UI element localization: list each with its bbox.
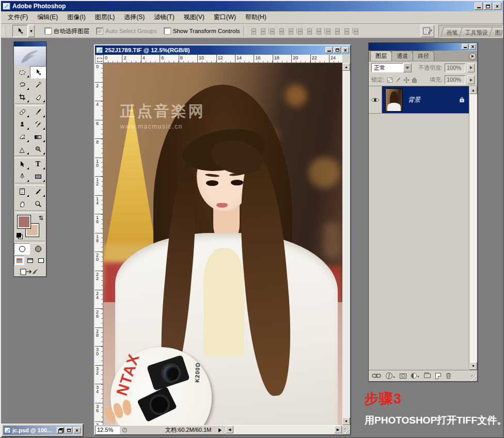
minidoc-close-button[interactable]: × xyxy=(73,427,81,433)
tool-healing-brush[interactable] xyxy=(14,106,30,118)
minidoc-maximize-button[interactable] xyxy=(65,427,72,433)
lock-pixels-icon[interactable] xyxy=(395,76,401,83)
layers-scroll-up-icon[interactable]: ▲ xyxy=(469,86,477,94)
tool-magic-wand[interactable] xyxy=(30,79,46,91)
tool-move[interactable] xyxy=(30,66,46,79)
layers-scrollbar[interactable]: ▲ ▼ xyxy=(469,86,477,370)
menu-item[interactable]: 图层(L) xyxy=(90,11,120,23)
lock-position-icon[interactable] xyxy=(403,76,410,83)
menu-item[interactable]: 窗口(W) xyxy=(209,11,241,23)
tool-dodge[interactable] xyxy=(30,143,46,155)
layers-close-button[interactable]: × xyxy=(469,44,476,50)
layers-resize-grip[interactable] xyxy=(469,373,477,381)
tool-history-brush[interactable] xyxy=(30,118,46,131)
tool-crop[interactable] xyxy=(14,91,30,103)
minidoc-restore-button[interactable] xyxy=(57,427,64,433)
auto-select-layer-checkbox[interactable] xyxy=(45,28,51,34)
tool-shape[interactable] xyxy=(30,170,46,183)
horizontal-scrollbar[interactable]: ◀ ▶ xyxy=(226,426,342,434)
scroll-right-icon[interactable]: ▶ xyxy=(334,426,342,433)
tool-hand[interactable] xyxy=(14,198,30,210)
tool-preset-dropdown[interactable]: ▼ xyxy=(28,25,35,37)
new-layer-icon[interactable] xyxy=(435,373,441,379)
doc-maximize-button[interactable] xyxy=(334,47,341,53)
scroll-left-icon[interactable]: ◀ xyxy=(226,426,233,433)
tool-elliptical-marquee[interactable] xyxy=(14,66,30,79)
new-group-icon[interactable] xyxy=(424,373,431,378)
layer-name[interactable]: 背景 xyxy=(408,96,420,104)
palette-menu-button[interactable] xyxy=(469,53,476,60)
tool-gradient[interactable] xyxy=(30,131,46,143)
menu-item[interactable]: 图像(I) xyxy=(62,11,90,23)
app-titlebar[interactable]: Adobe Photoshop × xyxy=(1,1,503,11)
tool-eraser[interactable] xyxy=(14,131,30,143)
link-layers-icon[interactable] xyxy=(372,373,381,378)
file-browser-button[interactable] xyxy=(421,25,434,37)
tool-lasso[interactable] xyxy=(14,79,30,91)
tab-channels[interactable]: 通道 xyxy=(391,51,413,61)
tool-pen[interactable] xyxy=(14,170,30,183)
document-canvas[interactable]: NTAX K200D 正点音楽网 www.macmusic.c xyxy=(103,63,342,425)
delete-layer-icon[interactable] xyxy=(446,372,451,379)
tool-clone-stamp[interactable] xyxy=(14,118,30,131)
fullscreen-menubar-mode-button[interactable] xyxy=(25,256,35,265)
blend-mode-value[interactable]: 正常 xyxy=(371,63,403,72)
menu-item[interactable]: 滤镜(T) xyxy=(149,11,179,23)
blend-mode-dropdown-icon[interactable] xyxy=(403,63,412,72)
swap-colors-icon[interactable]: ⇄ xyxy=(38,215,44,220)
palette-well-tab[interactable]: 图层复合 xyxy=(489,27,503,37)
tool-type[interactable]: T xyxy=(30,158,46,170)
tool-slice[interactable] xyxy=(30,91,46,103)
menu-item[interactable]: 文件(F) xyxy=(3,11,33,23)
options-grip[interactable] xyxy=(3,26,5,36)
fill-field[interactable]: 100% xyxy=(445,75,465,84)
doc-minimize-button[interactable] xyxy=(325,47,333,53)
layers-minimize-button[interactable] xyxy=(462,44,468,50)
add-layer-mask-icon[interactable] xyxy=(400,373,406,379)
vertical-scrollbar[interactable]: ▲ ▼ xyxy=(342,63,350,425)
resize-grip[interactable] xyxy=(342,426,350,434)
default-colors-icon[interactable] xyxy=(17,233,23,239)
zoom-level-field[interactable]: 12.5% xyxy=(95,426,120,434)
menu-item[interactable]: 帮助(H) xyxy=(241,11,271,23)
close-button[interactable]: × xyxy=(493,3,501,10)
current-tool-button[interactable] xyxy=(12,25,28,37)
scroll-down-icon[interactable]: ▼ xyxy=(342,417,350,425)
doc-close-button[interactable]: × xyxy=(342,47,349,53)
fullscreen-mode-button[interactable] xyxy=(36,256,46,265)
toolbox-titlebar[interactable] xyxy=(14,42,46,46)
lock-transparency-icon[interactable] xyxy=(386,76,393,83)
standard-mode-button[interactable] xyxy=(14,243,30,255)
lock-all-icon[interactable] xyxy=(411,76,418,83)
menu-item[interactable]: 编辑(E) xyxy=(33,11,62,23)
layer-thumbnail[interactable] xyxy=(385,88,403,112)
tool-brush[interactable] xyxy=(30,106,46,118)
scroll-up-icon[interactable]: ▲ xyxy=(342,63,350,71)
opacity-field[interactable]: 100% xyxy=(445,64,465,72)
tab-paths[interactable]: 路径 xyxy=(413,51,434,61)
tab-layers[interactable]: 图层 xyxy=(370,51,392,61)
status-menu-arrow[interactable] xyxy=(216,426,224,434)
horizontal-ruler[interactable]: 02468101214161820222426 xyxy=(103,55,342,63)
auto-select-layer-option[interactable]: 自动选择图层 xyxy=(45,27,89,35)
maximize-button[interactable] xyxy=(484,3,492,10)
tool-blur[interactable]: △ xyxy=(14,143,30,155)
ruler-origin-box[interactable] xyxy=(95,55,103,63)
minimize-button[interactable] xyxy=(475,3,483,10)
layer-row-background[interactable]: 背景 xyxy=(369,86,469,114)
opacity-spinner-icon[interactable] xyxy=(467,64,475,72)
tool-zoom[interactable] xyxy=(30,198,46,210)
layers-scroll-down-icon[interactable]: ▼ xyxy=(469,362,477,370)
standard-screen-mode-button[interactable] xyxy=(14,256,24,265)
blend-mode-select[interactable]: 正常 xyxy=(371,63,412,72)
edit-in-imageready-button[interactable] xyxy=(18,267,42,277)
show-transform-controls-option[interactable]: Show Transform Controls xyxy=(164,28,240,34)
vertical-ruler[interactable]: 02468101214161820222426283032343638 xyxy=(95,63,103,425)
minimized-document[interactable]: jc.psd @ 100... × xyxy=(1,424,84,437)
show-transform-controls-checkbox[interactable] xyxy=(164,28,170,34)
menu-item[interactable]: 选择(S) xyxy=(119,11,149,23)
tool-notes[interactable] xyxy=(14,185,30,198)
foreground-color-swatch[interactable] xyxy=(18,215,30,228)
adjustment-layer-icon[interactable] xyxy=(411,373,419,379)
tool-path-selection[interactable] xyxy=(14,158,30,170)
